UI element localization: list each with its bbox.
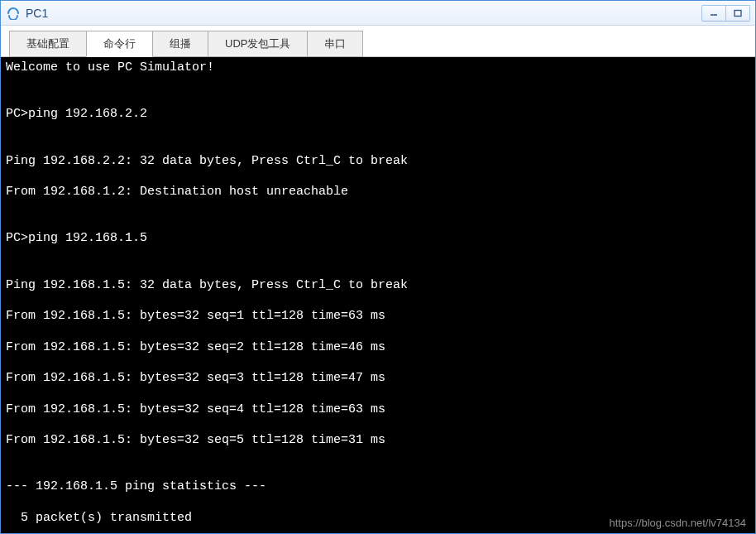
terminal-line: From 192.168.1.5: bytes=32 seq=3 ttl=128… (6, 371, 750, 387)
window-title: PC1 (26, 7, 702, 20)
window-controls (702, 5, 750, 22)
app-icon (6, 6, 21, 21)
terminal-line: 5 packet(s) transmitted (6, 511, 750, 527)
titlebar[interactable]: PC1 (1, 1, 755, 26)
terminal-output[interactable]: Welcome to use PC Simulator! PC>ping 192… (1, 57, 755, 533)
terminal-line: From 192.168.1.5: bytes=32 seq=5 ttl=128… (6, 433, 750, 449)
tab-serial[interactable]: 串口 (307, 31, 363, 57)
terminal-line: From 192.168.1.5: bytes=32 seq=4 ttl=128… (6, 402, 750, 418)
terminal-line: Welcome to use PC Simulator! (6, 60, 750, 76)
tab-multicast[interactable]: 组播 (152, 31, 208, 57)
tab-basic-config[interactable]: 基础配置 (9, 31, 87, 57)
minimize-button[interactable] (701, 5, 726, 22)
window-frame: PC1 基础配置 命令行 组播 UDP发包工具 串口 Welcome to us… (0, 0, 756, 534)
terminal-line: From 192.168.1.5: bytes=32 seq=1 ttl=128… (6, 309, 750, 325)
terminal-line: Ping 192.168.1.5: 32 data bytes, Press C… (6, 278, 750, 294)
terminal-line: From 192.168.1.5: bytes=32 seq=2 ttl=128… (6, 340, 750, 356)
terminal-line: From 192.168.1.2: Destination host unrea… (6, 185, 750, 200)
tab-command-line[interactable]: 命令行 (86, 31, 153, 57)
maximize-button[interactable] (725, 5, 750, 22)
terminal-line: PC>ping 192.168.2.2 (6, 107, 750, 123)
terminal-line: PC>ping 192.168.1.5 (6, 231, 750, 247)
terminal-line: Ping 192.168.2.2: 32 data bytes, Press C… (6, 154, 750, 170)
tab-udp-tool[interactable]: UDP发包工具 (208, 31, 308, 57)
tab-bar: 基础配置 命令行 组播 UDP发包工具 串口 (1, 26, 755, 57)
svg-rect-1 (734, 10, 741, 16)
terminal-line: --- 192.168.1.5 ping statistics --- (6, 479, 750, 495)
